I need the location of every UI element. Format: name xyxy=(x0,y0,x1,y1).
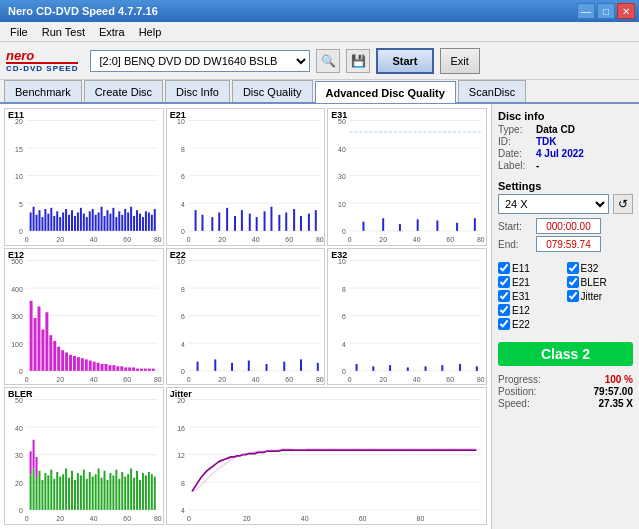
svg-text:0: 0 xyxy=(348,375,352,385)
svg-rect-148 xyxy=(93,361,96,370)
svg-rect-92 xyxy=(328,109,486,245)
svg-text:12: 12 xyxy=(177,451,185,461)
svg-rect-145 xyxy=(81,358,84,371)
tab-advanced-disc-quality[interactable]: Advanced Disc Quality xyxy=(315,81,456,103)
disc-label-row: Label: - xyxy=(498,160,633,171)
svg-rect-37 xyxy=(92,209,94,231)
right-panel: Disc info Type: Data CD ID: TDK Date: 4 … xyxy=(491,104,639,529)
svg-rect-248 xyxy=(89,472,91,510)
checkbox-e21-input[interactable] xyxy=(498,276,510,288)
svg-text:0: 0 xyxy=(348,235,352,245)
checkbox-e12-input[interactable] xyxy=(498,304,510,316)
window-controls[interactable]: — □ ✕ xyxy=(577,3,635,19)
checkbox-bler: BLER xyxy=(567,276,634,288)
svg-rect-137 xyxy=(49,335,52,371)
menu-file[interactable]: File xyxy=(4,24,34,40)
svg-rect-113 xyxy=(456,223,458,231)
svg-rect-86 xyxy=(278,215,280,231)
svg-text:40: 40 xyxy=(90,375,98,385)
svg-rect-159 xyxy=(136,368,139,370)
svg-rect-243 xyxy=(74,480,76,510)
checkbox-jitter-input[interactable] xyxy=(567,290,579,302)
tab-disc-info[interactable]: Disc Info xyxy=(165,80,230,102)
disc-date-label: Date: xyxy=(498,148,536,159)
svg-rect-141 xyxy=(65,352,68,370)
progress-label: Progress: xyxy=(498,374,541,385)
tab-scandisc[interactable]: ScanDisc xyxy=(458,80,526,102)
svg-rect-241 xyxy=(68,478,70,510)
tab-create-disc[interactable]: Create Disc xyxy=(84,80,163,102)
svg-text:300: 300 xyxy=(11,311,23,321)
svg-rect-266 xyxy=(142,473,144,510)
refresh-button[interactable]: ↺ xyxy=(613,194,633,214)
menu-extra[interactable]: Extra xyxy=(93,24,131,40)
disc-info-title: Disc info xyxy=(498,110,633,122)
svg-rect-18 xyxy=(36,215,38,231)
speed-select[interactable]: 24 X xyxy=(498,194,609,214)
tab-disc-quality[interactable]: Disc Quality xyxy=(232,80,313,102)
svg-rect-25 xyxy=(56,211,58,231)
svg-rect-151 xyxy=(105,364,108,371)
checkbox-bler-input[interactable] xyxy=(567,276,579,288)
chart-jitter-title: Jitter xyxy=(170,389,192,399)
logo: nero CD-DVD SPEED xyxy=(6,49,78,73)
svg-text:20: 20 xyxy=(56,375,64,385)
svg-rect-187 xyxy=(316,362,318,370)
chart-e32-title: E32 xyxy=(331,250,347,260)
end-time-input[interactable] xyxy=(536,236,601,252)
menu-run-test[interactable]: Run Test xyxy=(36,24,91,40)
svg-rect-250 xyxy=(95,475,97,511)
svg-rect-85 xyxy=(270,207,272,231)
svg-text:20: 20 xyxy=(380,375,388,385)
close-button[interactable]: ✕ xyxy=(617,3,635,19)
svg-rect-204 xyxy=(356,364,358,371)
drive-select[interactable]: [2:0] BENQ DVD DD DW1640 BSLB xyxy=(90,50,310,72)
checkbox-e31-input[interactable] xyxy=(498,290,510,302)
start-time-row: Start: xyxy=(498,218,633,234)
svg-text:80: 80 xyxy=(316,375,324,385)
disc-label-value: - xyxy=(536,160,539,171)
menu-help[interactable]: Help xyxy=(133,24,168,40)
svg-rect-35 xyxy=(86,217,88,231)
disc-id-label: ID: xyxy=(498,136,536,147)
checkbox-e12: E12 xyxy=(498,304,565,316)
svg-rect-29 xyxy=(68,215,70,231)
toolbar-icon-btn-1[interactable]: 🔍 xyxy=(316,49,340,73)
toolbar-icon-btn-2[interactable]: 💾 xyxy=(346,49,370,73)
svg-rect-88 xyxy=(293,209,295,231)
checkbox-e22-input[interactable] xyxy=(498,318,510,330)
tab-benchmark[interactable]: Benchmark xyxy=(4,80,82,102)
settings-section: Settings 24 X ↺ Start: End: xyxy=(498,180,633,254)
svg-rect-186 xyxy=(300,359,302,370)
svg-rect-183 xyxy=(247,360,249,370)
svg-rect-44 xyxy=(112,208,114,231)
chart-e11-title: E11 xyxy=(8,110,24,120)
svg-rect-112 xyxy=(437,221,439,231)
exit-button[interactable]: Exit xyxy=(440,48,480,74)
svg-text:0: 0 xyxy=(342,227,346,237)
minimize-button[interactable]: — xyxy=(577,3,595,19)
maximize-button[interactable]: □ xyxy=(597,3,615,19)
disc-type-value: Data CD xyxy=(536,124,575,135)
chart-e21-svg: 10 8 6 4 0 0 20 40 60 80 xyxy=(167,109,325,245)
svg-rect-75 xyxy=(194,210,196,231)
svg-rect-211 xyxy=(476,366,478,371)
svg-rect-53 xyxy=(139,214,141,231)
svg-rect-87 xyxy=(285,212,287,230)
svg-rect-259 xyxy=(121,472,123,510)
svg-rect-251 xyxy=(98,469,100,510)
checkbox-e32-input[interactable] xyxy=(567,262,579,274)
chart-e21: E21 10 8 6 4 0 0 20 40 60 80 xyxy=(166,108,326,246)
checkbox-e11-input[interactable] xyxy=(498,262,510,274)
tab-bar: Benchmark Create Disc Disc Info Disc Qua… xyxy=(0,80,639,104)
svg-rect-143 xyxy=(73,356,76,371)
svg-rect-78 xyxy=(218,212,220,230)
svg-rect-19 xyxy=(39,210,41,231)
svg-rect-269 xyxy=(151,475,153,511)
svg-rect-157 xyxy=(128,367,131,370)
svg-text:60: 60 xyxy=(123,514,131,524)
start-time-input[interactable] xyxy=(536,218,601,234)
svg-rect-136 xyxy=(45,312,48,371)
start-button[interactable]: Start xyxy=(376,48,433,74)
logo-nero: nero xyxy=(6,49,34,62)
